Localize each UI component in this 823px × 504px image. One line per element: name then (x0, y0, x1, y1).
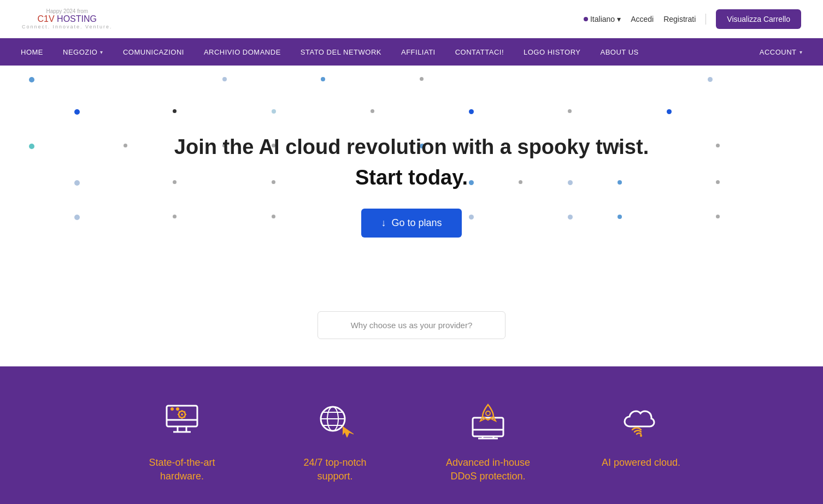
logo-brand: C1V HOSTING (38, 14, 97, 24)
go-to-plans-button[interactable]: ↓ Go to plans (361, 209, 461, 238)
feature-cloud-label: AI powered cloud. (602, 456, 680, 470)
why-label: Why choose us as your provider? (351, 321, 473, 330)
hero-dot (469, 109, 474, 114)
hero-dot (321, 77, 325, 81)
feature-ddos-label: Advanced in-houseDDoS protection. (446, 456, 530, 483)
svg-line-16 (179, 417, 180, 418)
hero-content: Join the AI cloud revolution with a spoo… (174, 134, 649, 238)
nav-archivio[interactable]: ARCHIVIO DOMANDE (194, 40, 291, 64)
features-section: State-of-the-arthardware. 24/7 top-notch… (0, 366, 823, 504)
globe-cursor-icon (313, 399, 357, 443)
hero-dot (29, 144, 34, 149)
hero-dot (371, 109, 374, 113)
monitor-gear-icon (160, 399, 204, 443)
hero-dot (716, 144, 720, 147)
hero-dot (74, 180, 80, 186)
nav-negozio[interactable]: NEGOZIO ▾ (53, 40, 113, 64)
hero-dot (29, 77, 34, 82)
language-selector[interactable]: Italiano ▾ (584, 15, 621, 23)
nav-bar: HOME NEGOZIO ▾ COMUNICAZIONI ARCHIVIO DO… (0, 38, 823, 66)
logo-hosting: HOSTING (55, 14, 97, 23)
feature-support: 24/7 top-notchsupport. (258, 399, 411, 483)
svg-point-29 (486, 411, 490, 416)
nav-account[interactable]: ACCOUNT ▾ (750, 40, 812, 64)
svg-line-15 (184, 411, 185, 412)
hero-dot (420, 77, 424, 81)
nav-affiliati[interactable]: AFFILIATI (391, 40, 445, 64)
nav-about-us[interactable]: ABOUT US (591, 40, 649, 64)
nav-comunicazioni[interactable]: COMUNICAZIONI (113, 40, 194, 64)
account-chevron-icon: ▾ (800, 49, 803, 55)
svg-line-14 (184, 417, 185, 418)
hero-dot (222, 77, 227, 81)
hero-dot (716, 180, 720, 184)
why-section: Why choose us as your provider? (0, 295, 823, 366)
feature-support-label: 24/7 top-notchsupport. (303, 456, 366, 483)
nav-network[interactable]: STATO DEL NETWORK (291, 40, 391, 64)
cloud-wifi-icon (619, 399, 663, 443)
top-bar: Happy 2024 from C1V HOSTING Connect. Inn… (0, 0, 823, 38)
hero-dot (708, 77, 713, 82)
hero-dot (74, 215, 80, 220)
feature-ddos: Advanced in-houseDDoS protection. (411, 399, 565, 483)
svg-point-30 (640, 435, 642, 437)
top-right-actions: Italiano ▾ Accedi Registrati Visualizza … (584, 9, 801, 29)
svg-point-5 (171, 407, 174, 411)
register-link[interactable]: Registrati (663, 15, 696, 23)
logo-c1v: C1V (38, 14, 55, 23)
hero-dot (74, 109, 80, 115)
hero-title-line1: Join the AI cloud revolution with a spoo… (174, 134, 649, 161)
feature-hardware-label: State-of-the-arthardware. (149, 456, 215, 483)
hero-dot (667, 109, 672, 114)
lang-dot-icon (584, 17, 588, 21)
top-divider (706, 14, 706, 25)
cta-label: Go to plans (391, 217, 442, 229)
lang-chevron-icon: ▾ (617, 15, 621, 23)
hero-dot (173, 109, 177, 113)
nav-home[interactable]: HOME (11, 40, 53, 64)
why-box[interactable]: Why choose us as your provider? (318, 311, 506, 339)
nav-contattaci[interactable]: CONTATTACI! (445, 40, 514, 64)
logo: Happy 2024 from C1V HOSTING Connect. Inn… (22, 8, 113, 29)
cart-button[interactable]: Visualizza Carrello (716, 9, 801, 29)
svg-line-13 (179, 411, 180, 412)
rocket-monitor-icon (466, 399, 510, 443)
hero-dot (568, 109, 572, 113)
logo-tagline-bottom: Connect. Innovate. Venture. (22, 24, 113, 29)
hero-title-line2: Start today. (174, 166, 649, 189)
language-label: Italiano (590, 15, 615, 23)
negozio-chevron-icon: ▾ (100, 49, 103, 55)
login-link[interactable]: Accedi (631, 15, 654, 23)
svg-point-6 (176, 407, 179, 411)
hero-dot (272, 109, 276, 114)
hero-section: Join the AI cloud revolution with a spoo… (0, 66, 823, 295)
cta-arrow-icon: ↓ (381, 217, 386, 229)
feature-cloud: AI powered cloud. (565, 399, 718, 483)
svg-point-8 (181, 413, 183, 416)
hero-dot (716, 215, 720, 218)
logo-tagline-top: Happy 2024 from (46, 8, 88, 14)
nav-logo-history[interactable]: LOGO HISTORY (514, 40, 591, 64)
hero-dot (124, 144, 127, 147)
feature-hardware: State-of-the-arthardware. (105, 399, 258, 483)
